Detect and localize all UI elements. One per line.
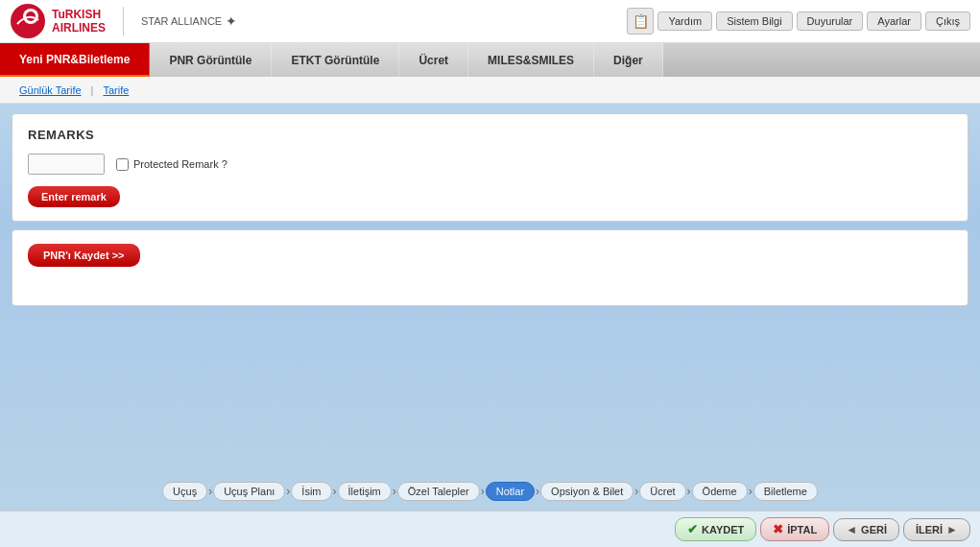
logo-text: TuRKISH AIRLINES [52, 8, 106, 36]
nav-yeni-pnr[interactable]: Yeni PNR&Biletleme [0, 43, 150, 77]
ileri-button[interactable]: İLERİ ► [903, 518, 970, 541]
logo-area: TuRKISH AIRLINES STAR ALLIANCE ✦ [10, 3, 237, 39]
breadcrumb-arrow-3: › [393, 485, 396, 498]
star-alliance-label: STAR ALLIANCE ✦ [141, 13, 237, 29]
turkish-airlines-logo [10, 3, 46, 39]
breadcrumb-ucus[interactable]: Uçuş [162, 482, 207, 501]
breadcrumb-bar: Uçuş › Uçuş Planı › İsim › İletişim › Öz… [0, 474, 980, 509]
iptal-button[interactable]: ✖ İPTAL [760, 517, 829, 541]
check-icon: ✔ [687, 522, 698, 536]
header: TuRKISH AIRLINES STAR ALLIANCE ✦ 📋 Yardı… [0, 0, 980, 43]
breadcrumb-arrow-0: › [208, 485, 212, 498]
remarks-row: Protected Remark ? [28, 154, 952, 175]
geri-button[interactable]: ◄ GERİ [833, 518, 899, 541]
sistem-bilgi-button[interactable]: Sistem Bilgi [716, 12, 792, 31]
breadcrumb-iletisim[interactable]: İletişim [338, 482, 392, 501]
sub-nav-gunluk-tarife[interactable]: Günlük Tarife [10, 77, 91, 103]
kaydet-label: KAYDET [702, 524, 744, 535]
nav-diger[interactable]: Diğer [594, 43, 663, 77]
clipboard-icon[interactable]: 📋 [627, 8, 654, 35]
breadcrumb-arrow-7: › [687, 485, 691, 498]
sub-nav-tarife[interactable]: Tarife [93, 77, 138, 103]
protected-remark-row: Protected Remark ? [116, 158, 227, 171]
sub-nav: Günlük Tarife | Tarife [0, 77, 980, 104]
protected-remark-label: Protected Remark ? [133, 158, 227, 170]
breadcrumb-odeme[interactable]: Ödeme [692, 482, 748, 501]
main-content: REMARKS Protected Remark ? Enter remark … [0, 104, 980, 316]
geri-label: GERİ [861, 524, 887, 535]
breadcrumb-biletleme[interactable]: Biletleme [753, 482, 818, 501]
kaydet-button[interactable]: ✔ KAYDET [675, 517, 756, 541]
bottom-action-bar: ✔ KAYDET ✖ İPTAL ◄ GERİ İLERİ ► [0, 511, 980, 547]
nav-ucret[interactable]: Ücret [399, 43, 468, 77]
right-arrow-icon: ► [946, 523, 958, 536]
protected-remark-checkbox[interactable] [116, 158, 129, 171]
breadcrumb-arrow-1: › [286, 485, 290, 498]
breadcrumb-ozel-talepler[interactable]: Özel Talepler [397, 482, 480, 501]
breadcrumb-arrow-2: › [333, 485, 337, 498]
breadcrumb-ucret[interactable]: Ücret [639, 482, 685, 501]
main-nav: Yeni PNR&Biletleme PNR Görüntüle ETKT Gö… [0, 43, 980, 77]
ileri-label: İLERİ [916, 524, 943, 535]
enter-remark-button[interactable]: Enter remark [28, 186, 120, 207]
logo-divider [123, 7, 124, 36]
breadcrumb-arrow-4: › [481, 485, 485, 498]
yardim-button[interactable]: Yardım [657, 12, 712, 31]
nav-miles-smiles[interactable]: MILES&SMILES [468, 43, 594, 77]
duyurular-button[interactable]: Duyurular [797, 12, 864, 31]
breadcrumb-arrow-6: › [634, 485, 638, 498]
breadcrumb-notlar[interactable]: Notlar [486, 482, 535, 501]
save-pnr-button[interactable]: PNR'ı Kaydet >> [28, 244, 140, 267]
breadcrumb-opsiyon-bilet[interactable]: Opsiyon & Bilet [540, 482, 633, 501]
breadcrumb-isim[interactable]: İsim [291, 482, 331, 501]
ayarlar-button[interactable]: Ayarlar [867, 12, 921, 31]
left-arrow-icon: ◄ [846, 523, 857, 536]
nav-etkt-goruntule[interactable]: ETKT Görüntüle [272, 43, 399, 77]
header-right: 📋 Yardım Sistem Bilgi Duyurular Ayarlar … [627, 8, 970, 35]
breadcrumb-arrow-5: › [536, 485, 539, 498]
remarks-card: REMARKS Protected Remark ? Enter remark [12, 113, 968, 222]
remark-text-input[interactable] [28, 154, 105, 175]
breadcrumb-arrow-8: › [749, 485, 753, 498]
iptal-label: İPTAL [787, 524, 817, 535]
nav-pnr-goruntule[interactable]: PNR Görüntüle [150, 43, 272, 77]
cikis-button[interactable]: Çıkış [925, 12, 970, 31]
breadcrumb-ucus-plani[interactable]: Uçuş Planı [213, 482, 285, 501]
remarks-title: REMARKS [28, 128, 952, 142]
x-icon: ✖ [773, 522, 783, 536]
save-card: PNR'ı Kaydet >> [12, 229, 968, 306]
